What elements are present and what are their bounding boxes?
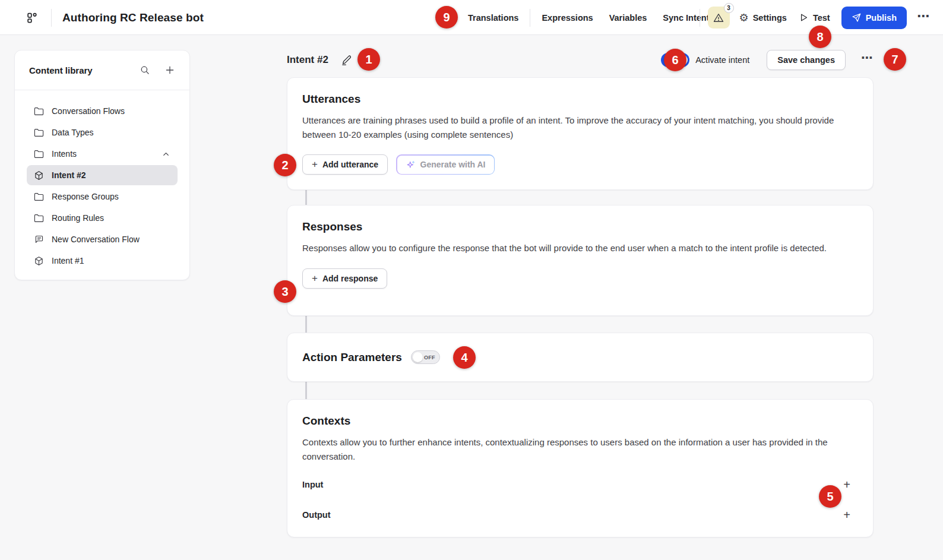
sidebar-item-intent-2[interactable]: Intent #2 bbox=[27, 165, 178, 185]
topbar-right-divider bbox=[700, 9, 700, 27]
warnings-button[interactable]: 3 bbox=[708, 7, 730, 29]
annotation-badge-1: 1 bbox=[357, 48, 380, 71]
intent-cube-icon bbox=[34, 256, 44, 266]
content-library-title: Content library bbox=[29, 65, 140, 75]
utterances-title: Utterances bbox=[302, 78, 858, 106]
save-changes-button[interactable]: Save changes bbox=[767, 50, 846, 70]
annotation-badge-5: 5 bbox=[819, 485, 841, 508]
action-parameters-toggle[interactable]: OFF bbox=[411, 350, 440, 364]
responses-description: Responses allow you to configure the res… bbox=[302, 241, 844, 255]
settings-label: Settings bbox=[753, 13, 787, 23]
sidebar-item-intents[interactable]: Intents bbox=[27, 144, 178, 164]
activate-intent-label: Activate intent bbox=[695, 55, 749, 65]
chat-bubbles-icon bbox=[34, 235, 44, 245]
sidebar-item-label: Response Groups bbox=[52, 192, 170, 201]
gear-icon: ⚙ bbox=[739, 12, 749, 23]
chevron-up-icon[interactable] bbox=[162, 150, 170, 159]
responses-title: Responses bbox=[302, 205, 858, 233]
nav-divider bbox=[530, 9, 530, 27]
context-input-row: Input + bbox=[302, 469, 858, 499]
add-utterance-button[interactable]: + Add utterance bbox=[302, 154, 388, 175]
nav-translations[interactable]: Translations bbox=[468, 13, 518, 23]
plus-icon: + bbox=[312, 273, 318, 283]
edit-intent-name-button[interactable] bbox=[341, 55, 352, 66]
intent-title: Intent #2 bbox=[287, 54, 328, 66]
content-library-panel: Content library Conversation bbox=[14, 50, 190, 280]
action-parameters-card: Action Parameters OFF bbox=[287, 333, 874, 382]
sidebar-item-label: Intent #1 bbox=[52, 256, 170, 265]
sparkle-icon bbox=[406, 160, 416, 170]
folder-icon bbox=[34, 149, 44, 159]
sidebar-item-label: Intents bbox=[52, 149, 154, 159]
context-output-row: Output + bbox=[302, 499, 858, 530]
annotation-badge-2: 2 bbox=[274, 154, 296, 176]
annotation-badge-4: 4 bbox=[453, 346, 476, 369]
intent-overflow-button[interactable]: ⋯ bbox=[861, 52, 874, 68]
sidebar-item-data-types[interactable]: Data Types bbox=[27, 122, 178, 143]
annotation-badge-6: 6 bbox=[664, 49, 686, 71]
utterances-description: Utterances are training phrases used to … bbox=[302, 113, 844, 141]
annotation-badge-9: 9 bbox=[435, 6, 458, 29]
context-input-label: Input bbox=[302, 480, 843, 489]
folder-icon bbox=[34, 106, 44, 116]
annotation-badge-7: 7 bbox=[884, 48, 906, 71]
publish-label: Publish bbox=[866, 13, 897, 23]
test-button[interactable]: Test bbox=[799, 12, 830, 23]
utterances-card: Utterances Utterances are training phras… bbox=[287, 77, 874, 190]
action-parameters-title: Action Parameters bbox=[302, 351, 402, 364]
plus-icon: + bbox=[312, 159, 318, 169]
sidebar-item-response-groups[interactable]: Response Groups bbox=[27, 186, 178, 207]
sidebar-item-label: Data Types bbox=[52, 128, 170, 137]
search-icon[interactable] bbox=[140, 65, 150, 75]
top-bar: Authoring RC Release bot Translations Ex… bbox=[0, 0, 943, 35]
add-response-button[interactable]: + Add response bbox=[302, 268, 387, 289]
warning-count-badge: 3 bbox=[724, 3, 734, 13]
add-output-context-button[interactable]: + bbox=[843, 509, 850, 521]
toggle-off-label: OFF bbox=[424, 355, 435, 360]
add-input-context-button[interactable]: + bbox=[843, 479, 850, 491]
folder-icon bbox=[34, 213, 44, 223]
bot-title: Authoring RC Release bot bbox=[62, 11, 204, 24]
add-content-icon[interactable] bbox=[164, 65, 175, 75]
add-utterance-label: Add utterance bbox=[322, 160, 378, 169]
responses-card: Responses Responses allow you to configu… bbox=[287, 205, 874, 316]
intent-cube-icon bbox=[34, 170, 44, 181]
generate-with-ai-button[interactable]: Generate with AI bbox=[396, 154, 495, 175]
app-switcher-button[interactable] bbox=[24, 10, 40, 26]
add-response-label: Add response bbox=[322, 274, 378, 283]
topbar-nav: Translations Expressions Variables Sync … bbox=[468, 0, 714, 35]
annotation-badge-3: 3 bbox=[274, 280, 296, 303]
sidebar-item-conversation-flows[interactable]: Conversation Flows bbox=[27, 101, 178, 121]
context-output-label: Output bbox=[302, 510, 843, 520]
sidebar-item-label: New Conversation Flow bbox=[52, 235, 170, 244]
nav-expressions[interactable]: Expressions bbox=[542, 13, 593, 23]
sidebar-item-intent-1[interactable]: Intent #1 bbox=[27, 251, 178, 271]
generate-with-ai-label: Generate with AI bbox=[420, 160, 486, 169]
warning-triangle-icon bbox=[713, 12, 724, 24]
test-label: Test bbox=[813, 13, 830, 23]
contexts-title: Contexts bbox=[302, 400, 858, 428]
settings-button[interactable]: ⚙ Settings bbox=[739, 12, 787, 23]
sidebar-item-label: Intent #2 bbox=[52, 170, 170, 180]
sidebar-item-routing-rules[interactable]: Routing Rules bbox=[27, 208, 178, 228]
topbar-divider bbox=[51, 9, 52, 27]
annotation-badge-8: 8 bbox=[809, 26, 831, 48]
contexts-description: Contexts allow you to further enhance in… bbox=[302, 435, 844, 463]
folder-icon bbox=[34, 192, 44, 202]
nav-variables[interactable]: Variables bbox=[609, 13, 647, 23]
folder-icon bbox=[34, 128, 44, 138]
sidebar-item-label: Routing Rules bbox=[52, 213, 170, 223]
contexts-card: Contexts Contexts allow you to further e… bbox=[287, 399, 874, 537]
send-icon bbox=[852, 13, 861, 23]
publish-button[interactable]: Publish bbox=[841, 7, 907, 29]
apps-grid-icon bbox=[26, 11, 39, 24]
play-icon bbox=[799, 12, 809, 23]
sidebar-item-label: Conversation Flows bbox=[52, 106, 170, 116]
topbar-overflow-button[interactable]: ⋯ bbox=[917, 10, 930, 26]
app-root: Authoring RC Release bot Translations Ex… bbox=[0, 0, 943, 560]
sidebar-item-new-conversation-flow[interactable]: New Conversation Flow bbox=[27, 229, 178, 249]
toggle-knob bbox=[413, 352, 423, 362]
pencil-icon bbox=[341, 55, 352, 66]
